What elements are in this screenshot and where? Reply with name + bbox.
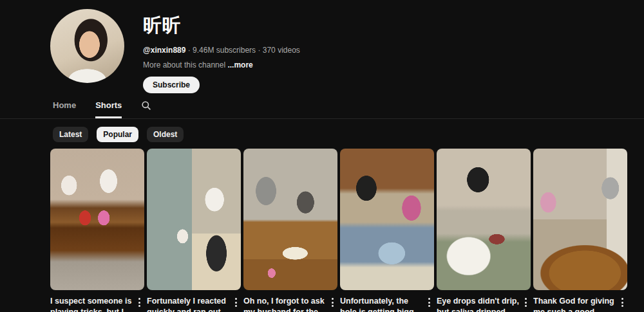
more-options-icon[interactable] (134, 296, 144, 312)
shorts-grid: I suspect someone is playing tricks, but… (50, 149, 644, 312)
short-thumbnail[interactable] (340, 149, 434, 290)
short-title[interactable]: I suspect someone is playing tricks, but… (50, 296, 134, 312)
channel-header: 昕昕 @xinxin889 · 9.46M subscribers · 370 … (0, 0, 644, 93)
search-icon (141, 100, 151, 111)
more-options-icon[interactable] (327, 296, 337, 312)
chip-latest[interactable]: Latest (53, 127, 88, 142)
subscribe-button[interactable]: Subscribe (143, 77, 200, 93)
shorts-filter-chips: Latest Popular Oldest (53, 127, 644, 142)
channel-handle: @xinxin889 (143, 46, 185, 55)
short-title[interactable]: Eye drops didn't drip, but saliva drippe… (437, 296, 520, 312)
card-meta: Unfortunately, the hole is getting bigge… (340, 296, 434, 312)
short-thumbnail[interactable] (437, 149, 531, 290)
short-title[interactable]: Thank God for giving me such a good ... (533, 296, 617, 312)
short-thumbnail[interactable] (50, 149, 144, 290)
card-meta: Oh no, I forgot to ask my husband for th… (243, 296, 337, 312)
chip-popular[interactable]: Popular (97, 127, 138, 142)
channel-name: 昕昕 (143, 13, 300, 39)
tab-shorts[interactable]: Shorts (95, 99, 122, 118)
short-title[interactable]: Oh no, I forgot to ask my husband for th… (243, 296, 327, 312)
more-options-icon[interactable] (520, 296, 531, 312)
tab-home[interactable]: Home (53, 99, 76, 118)
short-thumbnail[interactable] (147, 149, 241, 290)
card-meta: Eye drops didn't drip, but saliva drippe… (437, 296, 531, 312)
short-thumbnail[interactable] (243, 149, 337, 290)
short-card: I suspect someone is playing tricks, but… (50, 149, 144, 312)
short-card: Unfortunately, the hole is getting bigge… (340, 149, 434, 312)
channel-info: 昕昕 @xinxin889 · 9.46M subscribers · 370 … (143, 9, 300, 93)
about-text: More about this channel (143, 60, 227, 69)
short-card: Fortunately I reacted quickly and ran ou… (147, 149, 241, 312)
more-options-icon[interactable] (231, 296, 241, 312)
card-meta: Fortunately I reacted quickly and ran ou… (147, 296, 241, 312)
channel-meta: @xinxin889 · 9.46M subscribers · 370 vid… (143, 46, 300, 55)
channel-avatar (50, 9, 124, 83)
channel-stats: · 9.46M subscribers · 370 videos (185, 46, 299, 55)
more-options-icon[interactable] (424, 296, 434, 312)
short-card: Thank God for giving me such a good ... … (533, 149, 627, 312)
channel-about: More about this channel ...more (143, 60, 300, 69)
more-options-icon[interactable] (617, 296, 627, 312)
short-card: Eye drops didn't drip, but saliva drippe… (437, 149, 531, 312)
channel-search-button[interactable] (141, 99, 151, 111)
card-meta: Thank God for giving me such a good ... (533, 296, 627, 312)
short-title[interactable]: Fortunately I reacted quickly and ran ou… (147, 296, 231, 312)
card-meta: I suspect someone is playing tricks, but… (50, 296, 144, 312)
chip-oldest[interactable]: Oldest (147, 127, 184, 142)
channel-tab-strip: Home Shorts (0, 99, 644, 119)
short-card: Oh no, I forgot to ask my husband for th… (243, 149, 337, 312)
short-title[interactable]: Unfortunately, the hole is getting bigge… (340, 296, 424, 312)
about-more-link[interactable]: ...more (227, 60, 252, 69)
short-thumbnail[interactable] (533, 149, 627, 290)
